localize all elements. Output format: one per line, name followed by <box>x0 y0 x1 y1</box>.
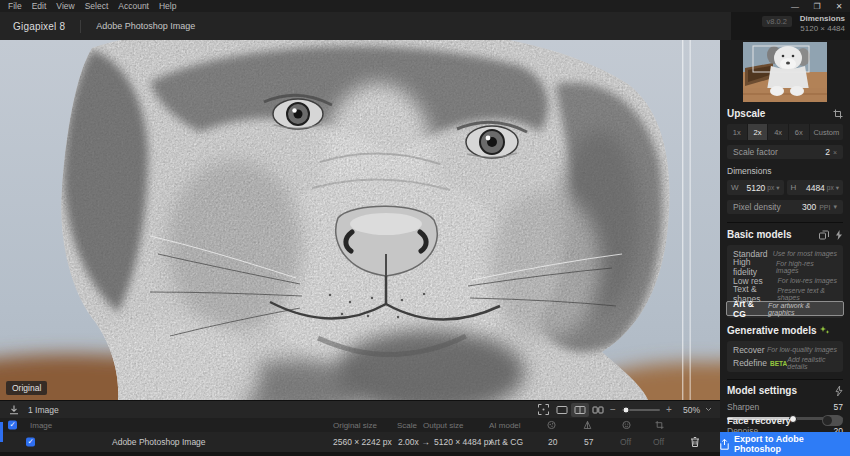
pixel-density-field[interactable]: Pixel density 300 PPI ▾ <box>727 200 843 214</box>
height-value: 4484 <box>796 183 825 193</box>
toggle-knob <box>823 416 832 425</box>
beta-badge: BETA <box>770 360 787 367</box>
height-unit: px <box>827 184 834 191</box>
menu-edit[interactable]: Edit <box>27 1 52 11</box>
original-badge: Original <box>6 381 47 395</box>
zoom-slider-handle[interactable] <box>622 406 629 413</box>
col-scale: Scale <box>397 421 417 430</box>
auto-bolt-icon[interactable] <box>835 230 843 240</box>
crop-icon <box>655 421 664 430</box>
model-high-fidelity[interactable]: High fidelity For high-res images <box>727 261 843 275</box>
dimensions-value: 5120 × 4484 <box>800 24 845 34</box>
upscale-title: Upscale <box>727 108 765 119</box>
pixel-density-dropdown-icon[interactable]: ▾ <box>833 203 837 211</box>
dimensions-section-label: Dimensions <box>727 166 843 176</box>
row-ai-model: Art & CG <box>489 437 523 447</box>
single-view-icon[interactable] <box>553 403 571 417</box>
col-output-size: Output size <box>423 421 463 430</box>
sparkles-icon <box>820 326 830 335</box>
export-button-label: Export to Adobe Photoshop <box>734 434 850 454</box>
zoom-chevron-down-icon[interactable] <box>705 407 712 412</box>
split-divider-line-2 <box>690 40 691 400</box>
scale-options: 1x 2x 4x 6x Custom <box>727 124 843 140</box>
export-button[interactable]: Export to Adobe Photoshop <box>720 432 850 456</box>
row-original-size: 2560 × 2242 px <box>333 437 392 447</box>
version-badge: v8.0.2 <box>762 16 792 27</box>
side-by-side-view-icon[interactable] <box>589 403 607 417</box>
basic-models-title: Basic models <box>727 229 791 240</box>
model-art-cg[interactable]: Art & CG For artwork & graphics <box>726 301 844 316</box>
menu-bar: File Edit View Select Account Help — ❐ ✕ <box>0 0 850 12</box>
zoom-level-value[interactable]: 50% <box>683 405 700 415</box>
close-icon[interactable]: ✕ <box>828 2 850 11</box>
menu-file[interactable]: File <box>3 1 27 11</box>
scale-option-4x[interactable]: 4x <box>768 124 789 140</box>
scale-factor-value: 2 <box>825 147 830 157</box>
file-table-header: Image Original size Scale Output size AI… <box>0 418 720 432</box>
tab-separator <box>80 20 81 33</box>
menu-view[interactable]: View <box>51 1 79 11</box>
document-tab[interactable]: Adobe Photoshop Image <box>96 21 195 31</box>
pixel-density-label: Pixel density <box>733 202 781 212</box>
delete-icon[interactable] <box>690 437 700 448</box>
generative-models-title: Generative models <box>727 325 816 336</box>
face-recovery-toggle[interactable] <box>822 415 843 426</box>
zoom-in-icon[interactable]: + <box>663 404 675 415</box>
model-settings-header: Model settings <box>727 385 843 396</box>
split-view-icon[interactable] <box>571 403 589 417</box>
scale-factor-field[interactable]: Scale factor 2 × <box>727 145 843 159</box>
generative-models-header: Generative models <box>727 325 843 336</box>
dimensions-fields: W 5120 px ▾ H 4484 px ▾ <box>727 180 843 195</box>
scale-factor-unit: × <box>833 149 837 156</box>
dimensions-label: Dimensions <box>800 14 845 24</box>
scale-option-2x[interactable]: 2x <box>748 124 769 140</box>
row-crop-value: Off <box>653 437 664 447</box>
puppy-preview-image <box>0 40 720 400</box>
zoom-slider[interactable] <box>622 409 660 411</box>
scale-factor-label: Scale factor <box>733 147 778 157</box>
bottom-toolbar: 1 Image − + 50% <box>0 400 720 418</box>
export-icon <box>720 439 729 450</box>
row-checkbox[interactable] <box>26 438 35 447</box>
split-divider-line <box>682 40 683 400</box>
panel-divider <box>727 222 843 223</box>
width-field[interactable]: W 5120 px ▾ <box>727 180 784 195</box>
model-redefine[interactable]: Redefine BETA Add realistic details <box>727 357 843 371</box>
pixel-density-value: 300 <box>802 202 816 212</box>
navigator-thumbnail[interactable] <box>743 42 827 102</box>
select-all-checkbox[interactable] <box>8 421 17 430</box>
image-canvas[interactable]: Original <box>0 40 720 400</box>
fit-view-icon[interactable] <box>535 403 553 417</box>
minimize-icon[interactable]: — <box>784 2 806 11</box>
row-output-size: 5120 × 4484 px <box>434 437 493 447</box>
bolt-icon[interactable] <box>835 386 843 396</box>
panel-divider <box>727 379 843 380</box>
face-recovery-label: Face recovery <box>727 415 791 426</box>
row-filename: Adobe Photoshop Image <box>112 437 206 447</box>
gigapixel-app-window: File Edit View Select Account Help — ❐ ✕… <box>0 0 850 456</box>
basic-models-header: Basic models <box>727 229 843 240</box>
col-ai-model: AI model <box>489 421 521 430</box>
generative-models-list: Recover For low-quality images Redefine … <box>727 341 843 372</box>
model-recover[interactable]: Recover For low-quality images <box>727 343 843 357</box>
file-table-row[interactable]: Adobe Photoshop Image 2560 × 2242 px 2.0… <box>0 432 720 452</box>
height-field[interactable]: H 4484 px ▾ <box>787 180 844 195</box>
zoom-out-icon[interactable]: − <box>607 404 619 415</box>
height-dropdown-icon[interactable]: ▾ <box>836 184 839 192</box>
settings-panel: Upscale 1x 2x 4x 6x Custom Scale factor … <box>720 40 850 456</box>
menu-help[interactable]: Help <box>154 1 181 11</box>
face-recovery-icon <box>622 421 631 430</box>
row-sharpen-value: 57 <box>584 437 593 447</box>
maximize-icon[interactable]: ❐ <box>806 2 828 11</box>
import-icon[interactable] <box>9 405 19 415</box>
resize-icon[interactable] <box>833 109 843 119</box>
col-image: Image <box>30 421 52 430</box>
scale-option-custom[interactable]: Custom <box>810 124 843 140</box>
upscale-section-header: Upscale <box>727 108 843 119</box>
menu-account[interactable]: Account <box>113 1 154 11</box>
scale-option-6x[interactable]: 6x <box>789 124 810 140</box>
width-dropdown-icon[interactable]: ▾ <box>776 184 779 192</box>
scale-option-1x[interactable]: 1x <box>727 124 748 140</box>
compare-icon[interactable] <box>819 230 829 240</box>
menu-select[interactable]: Select <box>80 1 114 11</box>
